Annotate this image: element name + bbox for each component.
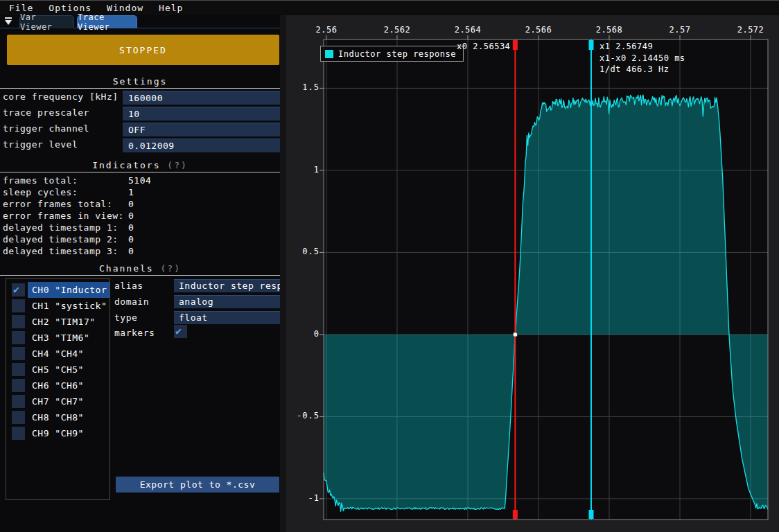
x-tick-label: 2.566 — [525, 25, 552, 35]
x-tick-label: 2.562 — [384, 25, 411, 35]
delayed-timestamp-1-label: delayed timestamp 1: — [3, 222, 119, 233]
tab-trace-viewer[interactable]: Trace Viewer — [77, 15, 137, 28]
sleep-cycles-value: 1 — [128, 187, 134, 197]
type-select[interactable]: float — [174, 311, 280, 324]
channel-row-ch9[interactable]: CH9 "CH9" — [6, 425, 110, 441]
y-tick-label: -0.5 — [288, 411, 320, 420]
channel-checkbox-ch3[interactable] — [12, 331, 25, 344]
error-frames-in-view-value: 0 — [128, 211, 134, 221]
error-frames-in-view-label: error frames in view: — [3, 211, 124, 221]
x-tick-label: 2.56 — [316, 25, 338, 35]
indicators-help-icon[interactable]: (?) — [167, 160, 187, 170]
error-frames-total-label: error frames total: — [3, 199, 112, 209]
trace-prescaler-label: trace prescaler — [3, 107, 89, 118]
channel-row-ch4[interactable]: CH4 "CH4" — [6, 346, 110, 362]
plot-legend[interactable]: Inductor step response — [320, 46, 464, 62]
delayed-timestamp-2-label: delayed timestamp 2: — [3, 234, 119, 245]
markers-label: markers — [114, 328, 155, 338]
channel-row-ch2[interactable]: CH2 "TIM17" — [6, 314, 110, 330]
channel-row-ch6[interactable]: CH6 "CH6" — [6, 378, 110, 393]
delayed-timestamp-3-value: 0 — [128, 246, 134, 256]
channels-help-icon[interactable]: (?) — [160, 263, 180, 274]
menu-help[interactable]: Help — [152, 3, 189, 13]
frames-total-value: 5104 — [128, 175, 151, 186]
divider — [0, 275, 280, 276]
trigger-channel-select[interactable]: OFF — [123, 123, 283, 136]
domain-select[interactable]: analog — [174, 295, 280, 308]
marker-x1-readout: x1 2.56749 x1-x0 2.14450 ms 1/dt 466.3 H… — [599, 41, 685, 76]
channel-checkbox-ch9[interactable] — [12, 427, 25, 440]
delayed-timestamp-2-value: 0 — [128, 234, 134, 245]
alias-input[interactable]: Inductor step respons — [174, 279, 280, 292]
series-color-swatch — [325, 50, 333, 58]
channel-checkbox-ch7[interactable] — [12, 395, 25, 408]
divider — [0, 172, 280, 172]
channel-checkbox-ch1[interactable] — [12, 299, 25, 312]
trace-prescaler-input[interactable]: 10 — [123, 107, 283, 121]
sleep-cycles-label: sleep cycles: — [3, 187, 78, 197]
y-tick-label: 1 — [288, 165, 320, 175]
trigger-channel-label: trigger channel — [3, 123, 89, 134]
x-tick-label: 2.568 — [596, 25, 623, 35]
channel-checkbox-ch8[interactable] — [12, 411, 25, 424]
channel-row-ch7[interactable]: CH7 "CH7" — [6, 393, 110, 409]
panel-splitter[interactable] — [280, 15, 286, 532]
core-frequency-label: core frequency [kHz] — [3, 91, 119, 102]
trigger-level-input[interactable]: 0.012009 — [123, 139, 283, 152]
channel-row-ch8[interactable]: CH8 "CH8" — [6, 409, 110, 425]
y-tick-label: 1.5 — [288, 82, 320, 92]
y-tick-label: 0.5 — [288, 247, 320, 256]
menu-window[interactable]: Window — [100, 3, 150, 13]
stopped-status-button[interactable]: STOPPED — [7, 35, 279, 65]
delayed-timestamp-1-value: 0 — [128, 222, 134, 233]
marker-x0-readout: x0 2.56534 — [457, 41, 510, 53]
channels-heading: Channels (?) — [0, 263, 280, 274]
tab-var-viewer[interactable]: Var Viewer — [19, 15, 74, 28]
channel-checkbox-ch6[interactable] — [12, 379, 25, 392]
sidebar-panel: Var Viewer Trace Viewer STOPPED Settings… — [0, 15, 280, 532]
tab-bar: Var Viewer Trace Viewer — [0, 15, 280, 28]
app-window: File Options Window Help Var Viewer Trac… — [0, 0, 779, 532]
menu-options[interactable]: Options — [42, 3, 98, 13]
delayed-timestamp-3-label: delayed timestamp 3: — [3, 246, 119, 256]
error-frames-total-value: 0 — [128, 199, 134, 209]
trace-plot-panel: 2.562.5622.5642.5662.5682.572.572 1.510.… — [286, 15, 779, 532]
core-frequency-input[interactable]: 160000 — [123, 91, 283, 105]
export-csv-button[interactable]: Export plot to *.csv — [116, 477, 279, 493]
channel-list: CH0 "Inductor st CH1 "systick" CH2 "TIM1… — [6, 278, 110, 500]
type-label: type — [114, 312, 137, 323]
series-name: Inductor step response — [338, 49, 456, 59]
y-tick-label: 0 — [288, 329, 320, 339]
alias-label: alias — [114, 281, 143, 291]
menu-file[interactable]: File — [3, 3, 40, 13]
channel-checkbox-ch0[interactable] — [12, 283, 25, 296]
frames-total-label: frames total: — [3, 175, 78, 186]
x-tick-label: 2.57 — [669, 25, 691, 35]
x-tick-label: 2.564 — [455, 25, 482, 35]
channel-row-ch1[interactable]: CH1 "systick" — [6, 298, 110, 314]
channel-row-ch0[interactable]: CH0 "Inductor st — [6, 282, 110, 298]
channel-checkbox-ch5[interactable] — [12, 363, 25, 376]
y-tick-label: -1 — [288, 493, 320, 503]
divider — [0, 88, 280, 89]
markers-checkbox[interactable] — [174, 325, 187, 338]
trigger-level-label: trigger level — [3, 139, 78, 150]
channel-row-ch3[interactable]: CH3 "TIM6" — [6, 330, 110, 346]
settings-heading: Settings — [0, 76, 280, 87]
trace-plot[interactable] — [286, 15, 779, 532]
channel-row-ch5[interactable]: CH5 "CH5" — [6, 362, 110, 378]
channel-checkbox-ch4[interactable] — [12, 347, 25, 360]
indicators-heading: Indicators (?) — [0, 160, 280, 170]
x-tick-label: 2.572 — [737, 25, 764, 35]
collapse-all-icon[interactable] — [4, 17, 12, 26]
channel-checkbox-ch2[interactable] — [12, 315, 25, 328]
domain-label: domain — [114, 296, 149, 307]
